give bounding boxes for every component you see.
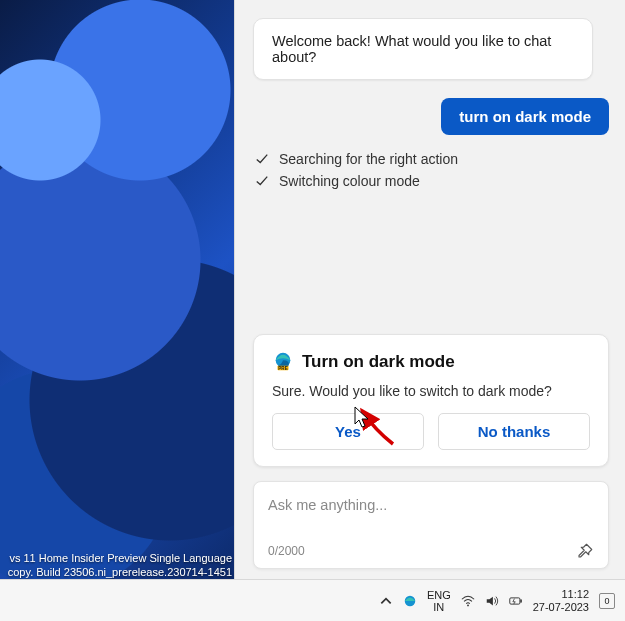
- watermark-line-2: copy. Build 23506.ni_prerelease.230714-1…: [0, 565, 232, 579]
- no-thanks-button[interactable]: No thanks: [438, 413, 590, 450]
- copilot-tray-icon[interactable]: [403, 594, 417, 608]
- char-counter: 0/2000: [268, 544, 305, 558]
- check-icon: [255, 174, 269, 188]
- status-text: Switching colour mode: [279, 173, 420, 189]
- battery-icon[interactable]: [509, 594, 523, 608]
- edge-icon: PRE: [272, 351, 294, 373]
- action-card: PRE Turn on dark mode Sure. Would you li…: [253, 334, 609, 467]
- bot-message: Welcome back! What would you like to cha…: [253, 18, 593, 80]
- pin-icon[interactable]: [576, 542, 594, 560]
- status-item: Searching for the right action: [255, 151, 609, 167]
- svg-rect-6: [520, 599, 522, 602]
- clock-date: 27-07-2023: [533, 601, 589, 614]
- card-body: Sure. Would you like to switch to dark m…: [272, 383, 590, 399]
- status-text: Searching for the right action: [279, 151, 458, 167]
- watermark-line-1: vs 11 Home Insider Preview Single Langua…: [0, 551, 232, 565]
- status-list: Searching for the right action Switching…: [253, 151, 609, 195]
- svg-text:PRE: PRE: [278, 366, 287, 371]
- system-tray: ENG IN 11:12 27-07-2023 0: [379, 588, 615, 614]
- language-top: ENG: [427, 589, 451, 601]
- card-title: Turn on dark mode: [302, 352, 455, 372]
- svg-rect-5: [509, 597, 519, 603]
- language-bottom: IN: [427, 601, 451, 613]
- check-icon: [255, 152, 269, 166]
- svg-point-4: [467, 604, 469, 606]
- taskbar: ENG IN 11:12 27-07-2023 0: [0, 579, 625, 621]
- clock-time: 11:12: [533, 588, 589, 601]
- status-item: Switching colour mode: [255, 173, 609, 189]
- windows-watermark: vs 11 Home Insider Preview Single Langua…: [0, 551, 234, 579]
- user-message: turn on dark mode: [441, 98, 609, 135]
- desktop-wallpaper: [0, 0, 234, 579]
- clock[interactable]: 11:12 27-07-2023: [533, 588, 589, 614]
- tray-overflow-icon[interactable]: [379, 594, 393, 608]
- wifi-icon[interactable]: [461, 594, 475, 608]
- volume-icon[interactable]: [485, 594, 499, 608]
- chat-input-container: 0/2000: [253, 481, 609, 569]
- notification-count[interactable]: 0: [599, 593, 615, 609]
- chat-input[interactable]: [268, 497, 594, 513]
- language-indicator[interactable]: ENG IN: [427, 589, 451, 613]
- yes-button[interactable]: Yes: [272, 413, 424, 450]
- chat-panel: Welcome back! What would you like to cha…: [234, 0, 625, 579]
